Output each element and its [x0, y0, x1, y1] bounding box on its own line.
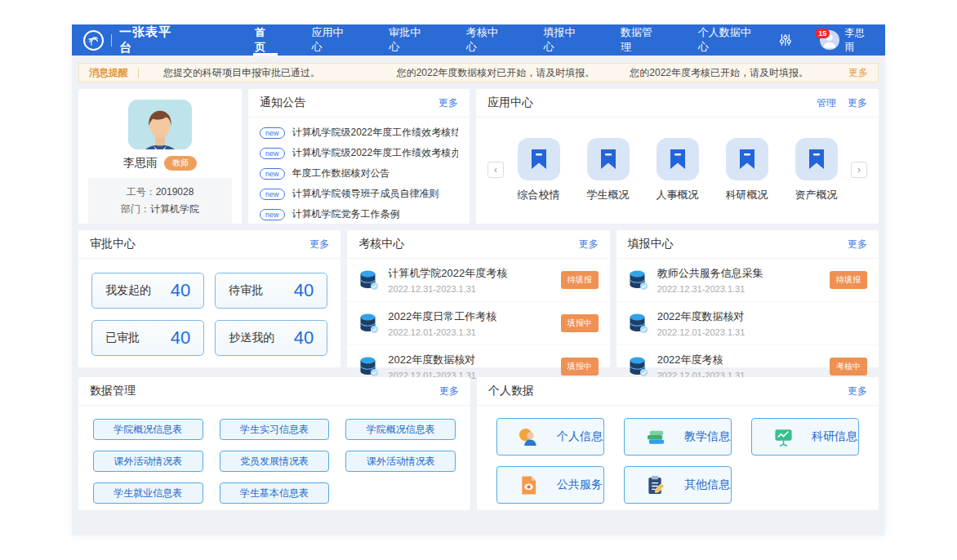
profile-name: 李思雨 — [123, 156, 158, 171]
brand: 一张表平台 — [83, 24, 183, 56]
assessment-item[interactable]: 计算机学院2022年度考核 2022.12.31-2023.1.31 待填报 — [347, 259, 609, 302]
task-date-range: 2022.12.31-2023.1.31 — [657, 284, 830, 294]
nav-item[interactable]: 审批中心 — [371, 24, 448, 56]
data-table-buttons: 学院概况信息表学生实习信息表学院概况信息表课外活动情况表党员发展情况表课外活动情… — [78, 406, 470, 517]
filling-item[interactable]: 2022年度数据核对 2022.12.01-2023.1.31 — [616, 302, 879, 345]
task-title: 教师公共服务信息采集 — [657, 266, 830, 281]
database-icon — [628, 356, 649, 377]
notice-title: 通知公告 — [260, 96, 305, 110]
app-item[interactable]: 学生概况 — [587, 138, 630, 202]
profile-avatar — [128, 100, 192, 149]
banner-message: 您的2022年度数据核对已开始，请及时填报。 — [372, 66, 606, 80]
approval-stat-box[interactable]: 我发起的 40 — [91, 273, 204, 309]
app-item[interactable]: 综合校情 — [518, 138, 560, 202]
status-badge: 填报中 — [561, 314, 599, 332]
other-info-button[interactable]: 其他信息 — [624, 466, 732, 504]
brand-divider — [111, 34, 112, 47]
public-service-button[interactable]: 公共服务 — [496, 466, 604, 504]
personal-data-more-link[interactable]: 更多 — [848, 384, 867, 398]
data-table-button[interactable]: 学生实习信息表 — [220, 419, 330, 440]
filling-item[interactable]: 教师公共服务信息采集 2022.12.31-2023.1.31 待填报 — [616, 259, 879, 302]
approval-more-link[interactable]: 更多 — [309, 238, 329, 251]
brand-logo-icon — [83, 30, 104, 51]
assessment-title: 考核中心 — [358, 237, 404, 251]
books-icon — [646, 427, 666, 447]
app-item[interactable]: 人事概况 — [657, 138, 699, 202]
database-icon — [358, 356, 380, 377]
profile-field-id: 工号：2019028 — [88, 184, 232, 201]
app-label: 人事概况 — [657, 188, 699, 202]
user-name: 李思雨 — [845, 26, 874, 54]
task-date-range: 2022.12.01-2023.1.31 — [388, 327, 560, 337]
stat-value: 40 — [171, 280, 190, 301]
nav-item[interactable]: 首页 — [237, 24, 293, 56]
status-badge: 待填报 — [830, 271, 867, 289]
profile-field-dept: 部门：计算机学院 — [88, 201, 232, 218]
notice-item[interactable]: new 计算机学院领导班子成员自律准则 — [260, 184, 458, 204]
settings-sliders-icon[interactable] — [778, 33, 793, 47]
document-icon — [519, 475, 539, 496]
approval-title: 审批中心 — [90, 237, 136, 251]
nav-item[interactable]: 考核中心 — [448, 24, 526, 56]
teaching-info-button[interactable]: 教学信息 — [624, 418, 732, 456]
notice-item[interactable]: new 计算机学院党务工作条例 — [260, 204, 458, 224]
data-table-button[interactable]: 学院概况信息表 — [345, 419, 456, 440]
new-badge: new — [260, 189, 285, 200]
database-icon — [628, 313, 649, 334]
assessment-center-card: 考核中心 更多 计算机学院2022年度考核 2022.12.31-2023.1.… — [347, 230, 609, 367]
data-table-button[interactable]: 学生基本信息表 — [220, 482, 330, 504]
database-icon — [628, 269, 649, 291]
filling-list: 教师公共服务信息采集 2022.12.31-2023.1.31 待填报 2022 — [616, 259, 879, 388]
task-title: 计算机学院2022年度考核 — [388, 266, 560, 281]
approval-stat-box[interactable]: 抄送我的 40 — [215, 320, 327, 356]
approval-stat-box[interactable]: 已审批 40 — [91, 320, 204, 356]
data-table-button[interactable]: 课外活动情况表 — [93, 451, 203, 472]
data-table-button[interactable]: 课外活动情况表 — [345, 451, 456, 472]
profile-info: 工号：2019028 部门：计算机学院 — [88, 178, 232, 224]
assessment-item[interactable]: 2022年度日常工作考核 2022.12.01-2023.1.31 填报中 — [347, 302, 609, 345]
data-table-button[interactable]: 学生就业信息表 — [93, 482, 203, 504]
nav-item[interactable]: 个人数据中心 — [680, 24, 778, 56]
data-table-button[interactable]: 党员发展情况表 — [220, 451, 330, 472]
database-icon — [358, 313, 380, 334]
app-center-card: 应用中心 管理 更多 — [476, 89, 879, 224]
new-badge: new — [260, 148, 285, 159]
notice-item[interactable]: new 计算机学院级2022年度工作绩效考核结果公示 — [260, 122, 458, 143]
bookmark-icon — [518, 138, 560, 180]
notice-more-link[interactable]: 更多 — [438, 96, 458, 110]
app-item[interactable]: 资产概况 — [795, 138, 838, 202]
top-navbar: 一张表平台 首页 应用中心 审批中心 考核中心 填报中心 数据管理 个人数据中心 — [72, 24, 885, 56]
task-title: 2022年度数据核对 — [388, 353, 560, 367]
app-label: 学生概况 — [587, 188, 630, 202]
notice-item[interactable]: new 计算机学院级2022年度工作绩效考核办法 — [260, 143, 458, 163]
notice-text: 计算机学院党务工作条例 — [292, 207, 400, 221]
app-item[interactable]: 科研概况 — [726, 138, 768, 202]
app-manage-link[interactable]: 管理 — [817, 96, 836, 110]
filling-more-link[interactable]: 更多 — [848, 238, 867, 251]
chart-board-icon — [773, 427, 794, 447]
carousel-next-button[interactable] — [851, 162, 867, 178]
data-management-more-link[interactable]: 更多 — [439, 384, 459, 398]
nav-item[interactable]: 应用中心 — [294, 24, 372, 56]
nav-item[interactable]: 填报中心 — [525, 24, 603, 56]
nav-item[interactable]: 数据管理 — [603, 24, 680, 56]
assessment-more-link[interactable]: 更多 — [579, 238, 599, 251]
data-table-button[interactable]: 学院概况信息表 — [93, 419, 203, 440]
database-icon — [358, 269, 380, 291]
status-badge: 考核中 — [830, 358, 867, 376]
bookmark-icon — [587, 138, 630, 180]
app-more-link[interactable]: 更多 — [848, 96, 867, 110]
carousel-prev-button[interactable] — [487, 162, 504, 178]
stat-label: 我发起的 — [105, 283, 151, 298]
notification-count-badge: 15 — [815, 29, 830, 38]
bookmark-icon — [726, 138, 768, 180]
notice-list: new 计算机学院级2022年度工作绩效考核结果公示 new 计算机学院级202… — [248, 118, 470, 224]
banner-more-link[interactable]: 更多 — [839, 66, 878, 80]
personal-info-button[interactable]: 个人信息 — [496, 418, 604, 456]
filling-title: 填报中心 — [628, 237, 674, 251]
person-icon — [519, 427, 539, 447]
notice-item[interactable]: new 年度工作数据核对公告 — [260, 163, 458, 184]
research-info-button[interactable]: 科研信息 — [751, 418, 859, 456]
profile-card: 李思雨 教师 工号：2019028 部门：计算机学院 — [78, 89, 242, 224]
approval-stat-box[interactable]: 待审批 40 — [215, 273, 327, 309]
